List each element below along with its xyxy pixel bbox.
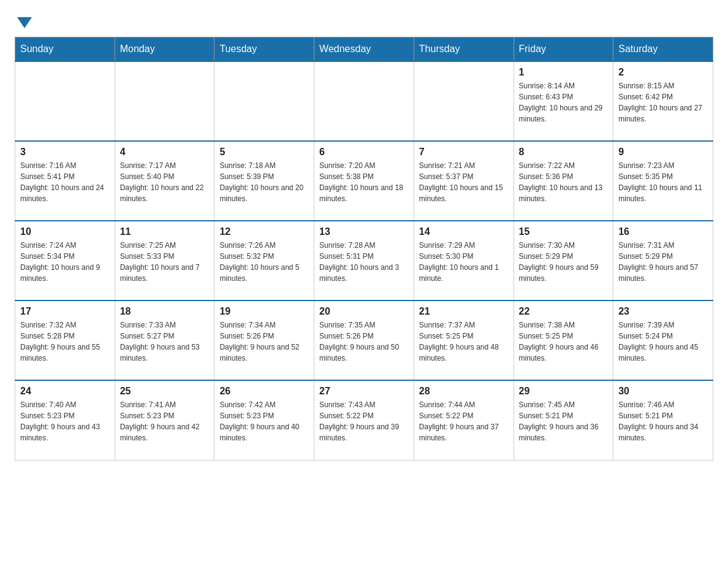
calendar-cell: 29Sunrise: 7:45 AMSunset: 5:21 PMDayligh… (514, 380, 613, 460)
day-number: 12 (219, 226, 309, 237)
day-number: 22 (519, 306, 609, 317)
day-info: Sunrise: 7:41 AMSunset: 5:23 PMDaylight:… (120, 399, 210, 443)
weekday-header-wednesday: Wednesday (314, 37, 414, 62)
day-number: 16 (618, 226, 708, 237)
day-number: 30 (618, 386, 708, 397)
page-header (15, 15, 713, 27)
day-info: Sunrise: 7:45 AMSunset: 5:21 PMDaylight:… (519, 399, 609, 443)
day-info: Sunrise: 7:26 AMSunset: 5:32 PMDaylight:… (219, 240, 309, 284)
day-number: 10 (20, 226, 110, 237)
calendar-header-row: SundayMondayTuesdayWednesdayThursdayFrid… (15, 37, 713, 62)
calendar-cell: 8Sunrise: 7:22 AMSunset: 5:36 PMDaylight… (514, 141, 613, 221)
weekday-header-thursday: Thursday (414, 37, 514, 62)
day-info: Sunrise: 7:46 AMSunset: 5:21 PMDaylight:… (618, 399, 708, 443)
calendar-cell: 1Sunrise: 8:14 AMSunset: 6:43 PMDaylight… (514, 61, 613, 141)
day-number: 5 (219, 147, 309, 158)
day-number: 27 (319, 386, 409, 397)
day-info: Sunrise: 7:22 AMSunset: 5:36 PMDaylight:… (519, 160, 609, 204)
day-number: 29 (519, 386, 609, 397)
day-number: 14 (419, 226, 509, 237)
day-info: Sunrise: 7:35 AMSunset: 5:26 PMDaylight:… (319, 320, 409, 364)
day-number: 24 (20, 386, 110, 397)
calendar-cell: 30Sunrise: 7:46 AMSunset: 5:21 PMDayligh… (613, 380, 713, 460)
day-info: Sunrise: 8:14 AMSunset: 6:43 PMDaylight:… (519, 80, 609, 124)
day-number: 25 (120, 386, 210, 397)
calendar-cell: 27Sunrise: 7:43 AMSunset: 5:22 PMDayligh… (314, 380, 414, 460)
day-number: 18 (120, 306, 210, 317)
calendar-cell: 12Sunrise: 7:26 AMSunset: 5:32 PMDayligh… (214, 221, 314, 301)
day-info: Sunrise: 7:44 AMSunset: 5:22 PMDaylight:… (419, 399, 509, 443)
day-info: Sunrise: 7:16 AMSunset: 5:41 PMDaylight:… (20, 160, 110, 204)
day-number: 19 (219, 306, 309, 317)
calendar-cell: 18Sunrise: 7:33 AMSunset: 5:27 PMDayligh… (115, 301, 214, 380)
calendar-cell (414, 61, 514, 141)
week-row-4: 17Sunrise: 7:32 AMSunset: 5:28 PMDayligh… (15, 301, 713, 380)
calendar-table: SundayMondayTuesdayWednesdayThursdayFrid… (15, 37, 713, 461)
day-info: Sunrise: 7:34 AMSunset: 5:26 PMDaylight:… (219, 320, 309, 364)
weekday-header-monday: Monday (115, 37, 214, 62)
calendar-cell: 16Sunrise: 7:31 AMSunset: 5:29 PMDayligh… (613, 221, 713, 301)
calendar-cell: 19Sunrise: 7:34 AMSunset: 5:26 PMDayligh… (214, 301, 314, 380)
calendar-cell: 11Sunrise: 7:25 AMSunset: 5:33 PMDayligh… (115, 221, 214, 301)
day-info: Sunrise: 7:29 AMSunset: 5:30 PMDaylight:… (419, 240, 509, 284)
weekday-header-sunday: Sunday (15, 37, 115, 62)
week-row-1: 1Sunrise: 8:14 AMSunset: 6:43 PMDaylight… (15, 61, 713, 141)
day-number: 20 (319, 306, 409, 317)
calendar-cell: 25Sunrise: 7:41 AMSunset: 5:23 PMDayligh… (115, 380, 214, 460)
calendar-cell: 28Sunrise: 7:44 AMSunset: 5:22 PMDayligh… (414, 380, 514, 460)
calendar-cell: 2Sunrise: 8:15 AMSunset: 6:42 PMDaylight… (613, 61, 713, 141)
calendar-cell: 23Sunrise: 7:39 AMSunset: 5:24 PMDayligh… (613, 301, 713, 380)
day-number: 11 (120, 226, 210, 237)
day-number: 3 (20, 147, 110, 158)
day-number: 7 (419, 147, 509, 158)
week-row-2: 3Sunrise: 7:16 AMSunset: 5:41 PMDaylight… (15, 141, 713, 221)
calendar-cell: 9Sunrise: 7:23 AMSunset: 5:35 PMDaylight… (613, 141, 713, 221)
day-info: Sunrise: 7:33 AMSunset: 5:27 PMDaylight:… (120, 320, 210, 364)
day-number: 6 (319, 147, 409, 158)
day-info: Sunrise: 7:32 AMSunset: 5:28 PMDaylight:… (20, 320, 110, 364)
day-number: 15 (519, 226, 609, 237)
calendar-cell: 24Sunrise: 7:40 AMSunset: 5:23 PMDayligh… (15, 380, 115, 460)
weekday-header-tuesday: Tuesday (214, 37, 314, 62)
calendar-cell: 10Sunrise: 7:24 AMSunset: 5:34 PMDayligh… (15, 221, 115, 301)
day-info: Sunrise: 7:42 AMSunset: 5:23 PMDaylight:… (219, 399, 309, 443)
day-info: Sunrise: 7:31 AMSunset: 5:29 PMDaylight:… (618, 240, 708, 284)
day-info: Sunrise: 7:28 AMSunset: 5:31 PMDaylight:… (319, 240, 409, 284)
day-info: Sunrise: 7:40 AMSunset: 5:23 PMDaylight:… (20, 399, 110, 443)
day-info: Sunrise: 7:21 AMSunset: 5:37 PMDaylight:… (419, 160, 509, 204)
calendar-cell: 15Sunrise: 7:30 AMSunset: 5:29 PMDayligh… (514, 221, 613, 301)
calendar-cell: 7Sunrise: 7:21 AMSunset: 5:37 PMDaylight… (414, 141, 514, 221)
day-number: 2 (618, 67, 708, 78)
weekday-header-saturday: Saturday (613, 37, 713, 62)
day-number: 17 (20, 306, 110, 317)
day-info: Sunrise: 7:30 AMSunset: 5:29 PMDaylight:… (519, 240, 609, 284)
day-number: 23 (618, 306, 708, 317)
day-info: Sunrise: 7:23 AMSunset: 5:35 PMDaylight:… (618, 160, 708, 204)
week-row-3: 10Sunrise: 7:24 AMSunset: 5:34 PMDayligh… (15, 221, 713, 301)
calendar-cell: 4Sunrise: 7:17 AMSunset: 5:40 PMDaylight… (115, 141, 214, 221)
day-info: Sunrise: 7:17 AMSunset: 5:40 PMDaylight:… (120, 160, 210, 204)
calendar-cell: 17Sunrise: 7:32 AMSunset: 5:28 PMDayligh… (15, 301, 115, 380)
day-number: 21 (419, 306, 509, 317)
day-info: Sunrise: 7:38 AMSunset: 5:25 PMDaylight:… (519, 320, 609, 364)
calendar-cell: 13Sunrise: 7:28 AMSunset: 5:31 PMDayligh… (314, 221, 414, 301)
calendar-cell: 26Sunrise: 7:42 AMSunset: 5:23 PMDayligh… (214, 380, 314, 460)
day-number: 9 (618, 147, 708, 158)
day-info: Sunrise: 7:39 AMSunset: 5:24 PMDaylight:… (618, 320, 708, 364)
calendar-cell: 14Sunrise: 7:29 AMSunset: 5:30 PMDayligh… (414, 221, 514, 301)
day-info: Sunrise: 7:24 AMSunset: 5:34 PMDaylight:… (20, 240, 110, 284)
day-info: Sunrise: 8:15 AMSunset: 6:42 PMDaylight:… (618, 80, 708, 124)
calendar-cell (214, 61, 314, 141)
calendar-cell (15, 61, 115, 141)
day-info: Sunrise: 7:37 AMSunset: 5:25 PMDaylight:… (419, 320, 509, 364)
week-row-5: 24Sunrise: 7:40 AMSunset: 5:23 PMDayligh… (15, 380, 713, 460)
calendar-cell (314, 61, 414, 141)
day-number: 13 (319, 226, 409, 237)
day-info: Sunrise: 7:18 AMSunset: 5:39 PMDaylight:… (219, 160, 309, 204)
calendar-cell: 6Sunrise: 7:20 AMSunset: 5:38 PMDaylight… (314, 141, 414, 221)
weekday-header-friday: Friday (514, 37, 613, 62)
day-number: 8 (519, 147, 609, 158)
calendar-cell (115, 61, 214, 141)
calendar-cell: 20Sunrise: 7:35 AMSunset: 5:26 PMDayligh… (314, 301, 414, 380)
calendar-cell: 3Sunrise: 7:16 AMSunset: 5:41 PMDaylight… (15, 141, 115, 221)
